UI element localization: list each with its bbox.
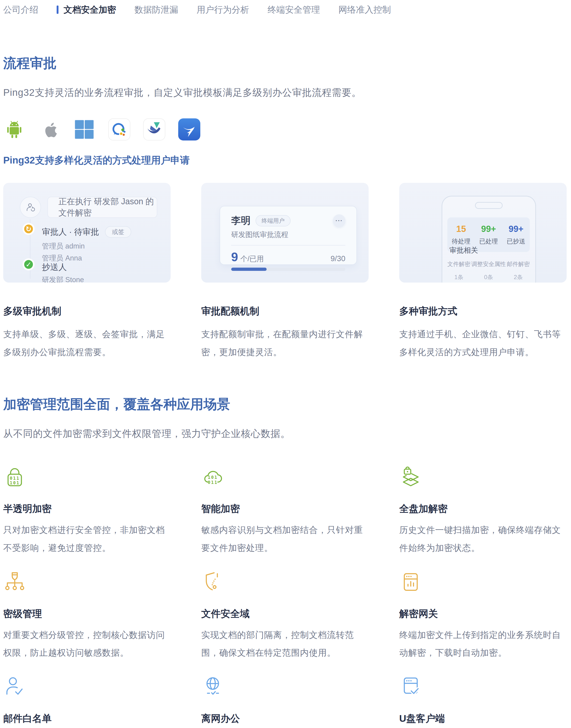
flow-status-box: 正在执行 研发部 Jason 的文件解密 — [47, 197, 157, 218]
user-check-icon — [3, 675, 170, 701]
section1-title: 流程审批 — [3, 55, 566, 72]
section2-title: 加密管理范围全面，覆盖各种应用场景 — [3, 396, 566, 413]
feature-title: 半透明加密 — [3, 502, 170, 515]
android-icon — [3, 118, 25, 140]
globe-offline-icon — [201, 675, 369, 701]
feature-security-domain: 文件安全域 实现文档的部门隔离，控制文档流转范围，确保文档在特定范围内使用。 — [201, 570, 369, 662]
item-count: 2条 — [507, 273, 530, 281]
feature-title: 文件安全域 — [201, 607, 369, 620]
active-tab-indicator — [56, 6, 59, 14]
stat-pending: 15 待处理 — [452, 224, 470, 245]
step-label-text: 抄送人 — [42, 262, 67, 273]
window-chart-icon — [399, 570, 567, 596]
svg-text:101: 101 — [10, 480, 20, 485]
step-label-text: 审批人 · 待审批 — [42, 226, 99, 238]
used-suffix: 个/已用 — [240, 254, 264, 264]
nav-item-nac[interactable]: 网络准入控制 — [338, 4, 391, 16]
feature-desc: 只对加密文档进行安全管控，非加密文档不受影响，避免过度管控。 — [3, 521, 170, 557]
feature-title: 智能加密 — [201, 502, 369, 515]
column-title: 多级审批机制 — [3, 305, 170, 318]
item-count: 1条 — [447, 273, 470, 281]
done-status-icon: ✓ — [22, 258, 34, 271]
shield-dots-icon — [201, 570, 369, 596]
nav-item-company[interactable]: 公司介绍 — [3, 4, 38, 16]
feature-decryption-gateway: 解密网关 终端加密文件上传到指定的业务系统时自动解密，下载时自动加密。 — [399, 570, 567, 662]
feature-title: 邮件白名单 — [3, 712, 170, 725]
flow-name: 研发图纸审批流程 — [231, 230, 345, 239]
quota-panel: 李明 终端用户 ··· 研发图纸审批流程 9 个/已用 9/30 — [220, 206, 357, 265]
user-name: 李明 — [231, 214, 250, 227]
item-name: 邮件解密 — [507, 260, 530, 268]
item-name: 文件解密 — [447, 260, 470, 268]
svg-text:101: 101 — [208, 475, 218, 480]
feature-desc: 实现文档的部门隔离，控制文档流转范围，确保文档在特定范围内使用。 — [201, 626, 369, 662]
feature-title: 密级管理 — [3, 607, 170, 620]
feature-title: 离网办公 — [201, 712, 369, 725]
feature-usb-client: U盘客户端 实现在外部终端设备上，通过Ping32加密U盘客户端安全查看加密文件… — [399, 675, 567, 728]
quota-progress-track — [231, 268, 345, 271]
more-menu-icon: ··· — [333, 214, 345, 227]
nav-item-doc-encryption[interactable]: 文档安全加密 — [56, 4, 116, 16]
stat-value: 15 — [452, 224, 470, 234]
layers-lock-icon — [399, 465, 567, 491]
feature-offline-work: 离网办公 针对出差、离网人员，离线策略可确保终端离线状态下安全可控。 — [201, 675, 369, 728]
item-count: 0条 — [471, 273, 506, 281]
approval-item: 调整安全属性 0条 — [471, 260, 506, 281]
hierarchy-shield-icon — [3, 570, 170, 596]
stat-label: 待处理 — [452, 237, 470, 245]
nav-item-endpoint[interactable]: 终端安全管理 — [267, 4, 320, 16]
or-sign-tag: 或签 — [105, 226, 131, 238]
feature-grid: 011 101 半透明加密 只对加密文档进行安全管控，非加密文档不受影响，避免过… — [3, 465, 566, 728]
column-desc: 支持通过手机、企业微信、钉钉、飞书等多样化灵活的方式处理用户申请。 — [399, 325, 567, 361]
column-methods: 多种审批方式 支持通过手机、企业微信、钉钉、飞书等多样化灵活的方式处理用户申请。 — [399, 305, 567, 361]
apple-icon — [38, 118, 60, 140]
platform-icons-row — [3, 118, 566, 140]
stat-value: 99+ — [479, 224, 498, 234]
user-sync-icon — [20, 197, 41, 218]
user-role-badge: 终端用户 — [255, 215, 291, 226]
lock-binary-icon: 011 101 — [3, 465, 170, 491]
column-title: 审批配额机制 — [201, 305, 369, 318]
column-title: 多种审批方式 — [399, 305, 567, 318]
approval-item: 邮件解密 2条 — [507, 260, 530, 281]
cc-member: 研发部 Stone — [42, 275, 84, 283]
feature-fulldisk-encryption: 全盘加解密 历史文件一键扫描加密，确保终端存储文件始终为加密状态。 — [399, 465, 567, 557]
feishu-icon — [143, 118, 165, 140]
cc-step-label: 抄送人 — [42, 262, 67, 273]
column-quota: 审批配额机制 支持配额制审批，在配额量内进行文件解密，更加便捷灵活。 — [201, 305, 369, 361]
stat-cc: 99+ 已抄送 — [507, 224, 526, 245]
quota-progress-fill — [231, 268, 267, 271]
approval-related-label: 审批相关 — [449, 245, 478, 255]
feature-desc: 历史文件一键扫描加密，确保终端存储文件始终为加密状态。 — [399, 521, 567, 557]
feature-smart-encryption: 101 011 智能加密 敏感内容识别与文档加密结合，只针对重要文件加密处理。 — [201, 465, 369, 557]
svg-text:011: 011 — [208, 480, 218, 485]
quota-ratio: 9/30 — [331, 254, 345, 263]
column-desc: 支持单级、多级、逐级、会签审批，满足多级别办公审批流程需要。 — [3, 325, 170, 361]
usb-window-check-icon — [399, 675, 567, 701]
nav-item-label: 文档安全加密 — [64, 4, 116, 16]
used-count: 9 — [231, 250, 238, 264]
nav-item-dlp[interactable]: 数据防泄漏 — [134, 4, 178, 16]
approval-items-row: 文件解密 1条 调整安全属性 0条 邮件解密 2条 — [447, 260, 530, 281]
approver-step-label: 审批人 · 待审批 或签 — [42, 226, 131, 238]
approver-member: 管理员 admin — [42, 241, 85, 251]
feature-desc: 对重要文档分级管控，控制核心数据访问权限，防止越权访问敏感数据。 — [3, 626, 170, 662]
quota-card: 李明 终端用户 ··· 研发图纸审批流程 9 个/已用 9/30 — [201, 183, 369, 283]
dingtalk-icon — [178, 118, 200, 140]
phone-notch — [475, 202, 502, 209]
item-name: 调整安全属性 — [471, 260, 506, 268]
feature-classification: 密级管理 对重要文档分级管控，控制核心数据访问权限，防止越权访问敏感数据。 — [3, 570, 170, 662]
stat-label: 已处理 — [479, 237, 498, 245]
divider — [231, 245, 345, 245]
mock-cards-row: 正在执行 研发部 Jason 的文件解密 ↻ 审批人 · 待审批 或签 管理员 … — [3, 183, 566, 283]
approval-columns: 多级审批机制 支持单级、多级、逐级、会签审批，满足多级别办公审批流程需要。 审批… — [3, 305, 566, 361]
feature-title: U盘客户端 — [399, 712, 567, 725]
column-desc: 支持配额制审批，在配额量内进行文件解密，更加便捷灵活。 — [201, 325, 369, 361]
nav-item-behavior[interactable]: 用户行为分析 — [197, 4, 249, 16]
section2-desc: 从不同的文件加密需求到文件权限管理，强力守护企业核心数据。 — [3, 427, 566, 440]
feature-desc: 敏感内容识别与文档加密结合，只针对重要文件加密处理。 — [201, 521, 369, 557]
feature-title: 解密网关 — [399, 607, 567, 620]
approval-flow-card: 正在执行 研发部 Jason 的文件解密 ↻ 审批人 · 待审批 或签 管理员 … — [3, 183, 170, 283]
page: 公司介绍 文档安全加密 数据防泄漏 用户行为分析 终端安全管理 网络准入控制 流… — [0, 0, 571, 728]
pending-status-icon: ↻ — [22, 223, 34, 235]
